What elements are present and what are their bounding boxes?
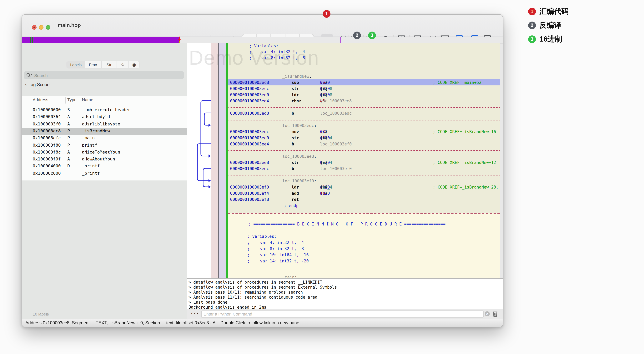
disasm-instruction[interactable]: 0000000100003ed8bloc_100003edc [187,110,500,116]
legend-badge-3: 3 [528,36,536,43]
disasm-instruction[interactable]: 0000000100003ed4cbnzw8, loc_100003ee8 [187,98,500,104]
legend-item: 1汇编代码 [528,8,536,16]
symbol-row[interactable]: 0x100004000D_printf [22,163,187,170]
symbol-type: P [67,136,70,140]
tab-strings[interactable]: Str [102,61,117,68]
search-input[interactable]: Search [24,71,184,79]
separator [228,213,500,214]
symbol-addr: 0x1000003f0 [33,122,61,126]
zoom-button[interactable] [46,25,50,30]
text-caret [294,80,294,85]
python-prompt: >>> [190,311,198,316]
symbol-row[interactable]: 0x100000000S__mh_execute_header [22,106,187,114]
legend-label: 反编译 [539,20,561,30]
disasm-label: _isBrandNew: [187,73,500,79]
disasm-instruction[interactable]: 0000000100003ee0strw8, [sp, #0x10 + var_… [187,134,500,141]
symbol-row[interactable]: 0x100003efcP_main [22,135,187,142]
disasm-comment: ;var_4: int32_t, -4 [187,239,500,245]
tab-tags-fisheye-icon[interactable]: ◉ [129,61,139,68]
disasm-comment: ; endp [187,202,500,208]
symbol-type: S [67,107,70,112]
disassembly-view[interactable]: Demo Version ; Variables:;var_4: int32_t… [187,43,500,278]
symbol-type: A [67,122,70,126]
disasm-comment: ;var_8: int32_t, -8 [187,54,500,60]
disasm-instruction[interactable]: 0000000100003ef0ldrw0, [sp, #0x10 + var_… [187,184,500,190]
disasm-comment: ; ================= B E G I N N I N G O … [187,221,500,227]
symbol-type: A [67,156,70,162]
disasm-instruction[interactable]: 0000000100003ec8subsp, sp, #0x10; CODE X… [187,79,500,85]
symbol-row[interactable]: 0x10000c000_printf [22,170,187,177]
symbol-table-header: Address Type Name [22,96,187,105]
symbol-name: printf [82,142,97,148]
disasm-label: _main: [187,274,500,278]
disasm-instruction[interactable]: 0000000100003ed0ldrw8, [sp, #0x10 + var_… [187,92,500,98]
symbol-name: _printf [82,171,100,176]
symbol-row[interactable]: 0x100003f9fAaHowAboutYoun [22,156,187,163]
legend-label: 16进制 [539,34,562,44]
disasm-comment: ;var_8: int32_t, -8 [187,245,500,252]
navigation-marker-green [30,37,31,43]
navigation-bar[interactable] [22,37,503,44]
symbol-row[interactable]: 0x100003f80Pprintf [22,142,187,149]
symbol-addr: 0x10000c000 [33,171,61,176]
disasm-instruction[interactable]: 0000000100003ef4addsp, sp, #0x10 [187,190,500,196]
disasm-instruction[interactable]: 0000000100003edcmovw8, #0x1; CODE XREF=_… [187,128,500,134]
symbol-name: aNiceToMeetYoun [82,150,120,155]
separator [228,150,500,151]
label-count: 10 labels [33,312,49,316]
symbol-addr: 0x100004000 [33,164,61,169]
disasm-instruction[interactable]: 0000000100003eecbloc_100003ef0 [187,165,500,172]
legend-label: 汇编代码 [539,6,568,16]
symbol-name: aUsrliblibsyste [82,122,120,126]
separator [228,107,500,108]
symbol-addr: 0x100000364 [33,114,61,120]
disasm-instruction[interactable]: 0000000100003eccstrw0, [sp, #0x10 + var_… [187,85,500,92]
symbol-row[interactable]: 0x100000364AaUsrlibdyld [22,114,187,121]
tag-scope-disclosure[interactable]: › Tag Scope [25,82,50,88]
tab-labels[interactable]: Labels [66,61,86,68]
search-placeholder: Search [34,73,48,78]
disasm-label: loc_100003ef0: [187,178,500,184]
callout-badge-3: 3 [368,32,376,39]
symbol-row[interactable]: 0x100003ec8P_isBrandNew [22,128,187,135]
symbol-name: aHowAboutYoun [82,156,115,162]
screen: main.hop D A C P U mov [0,0,644,354]
console-line: > Analysis pass 10/11: remaining prologs… [188,290,303,295]
disasm-instruction[interactable]: 0000000100003ee4bloc_100003ef0 [187,141,500,147]
disasm-comment: ; Variables: [187,233,500,239]
symbol-addr: 0x100003ec8 [33,128,61,134]
clear-input-button[interactable]: × [485,311,490,316]
column-header-address[interactable]: Address [33,97,48,102]
disasm-label: loc_100003ee8: [187,153,500,159]
symbol-type: D [67,164,70,169]
tab-procedures[interactable]: Proc. [86,61,102,68]
symbol-type: P [67,128,70,134]
console-line: > Analysis pass 11/11: searching contigu… [188,295,318,300]
tab-favorites-star-icon[interactable]: ☆ [117,61,129,68]
console-line: Background analysis ended in 2ms [188,305,266,309]
column-header-name[interactable]: Name [82,97,93,102]
symbol-row[interactable]: 0x1000003f0AaUsrliblibsyste [22,121,187,128]
clear-console-button[interactable] [492,310,498,318]
disasm-comment: ;var_14: int32_t, -20 [187,258,500,264]
symbol-type: A [67,114,70,120]
disasm-comment: ; Variables: [187,43,500,49]
console-output: > dataflow analysis of procedures in seg… [187,278,503,309]
column-header-type[interactable]: Type [67,97,76,102]
close-button[interactable] [32,25,36,30]
console-line: > Last pass done [188,300,227,305]
python-command-input[interactable] [201,310,484,318]
status-text: Address 0x100003ec8, Segment __TEXT, _is… [26,320,299,325]
separator [228,174,500,175]
navigation-cursor-arrow-icon [176,36,182,42]
symbol-table: Address Type Name 0x100000000S__mh_execu… [22,96,187,180]
disasm-instruction[interactable]: 0000000100003ee8strwzr, [sp, #0x10 + var… [187,159,500,165]
symbol-row[interactable]: 0x100003f8cAaNiceToMeetYoun [22,149,187,156]
disasm-instruction[interactable]: 0000000100003ef8ret [187,196,500,202]
symbol-type: A [67,150,70,155]
window-title: main.hop [58,14,81,36]
legend-badge-1: 1 [528,8,536,16]
symbol-sidebar: Labels Proc. Str ☆ ◉ Search › Tag Scope [22,43,187,318]
minimize-button[interactable] [39,25,44,30]
symbol-name: _isBrandNew [82,128,110,134]
